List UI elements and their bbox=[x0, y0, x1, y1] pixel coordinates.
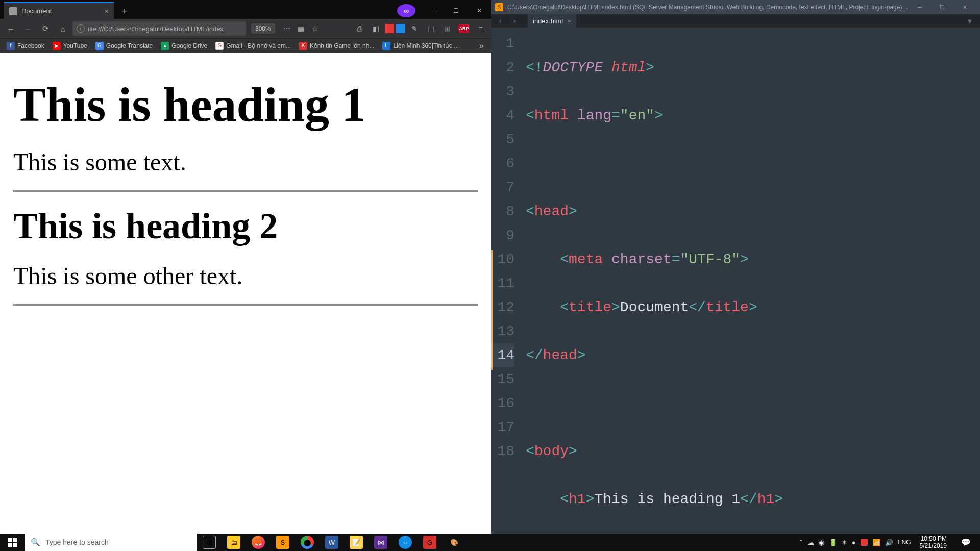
reader-icon[interactable]: ▥ bbox=[295, 22, 308, 35]
tab-strip: Document × + ∞ ─ ☐ ✕ bbox=[0, 0, 491, 19]
task-sublime[interactable]: S bbox=[271, 534, 295, 551]
menu-icon[interactable]: ≡ bbox=[474, 21, 488, 36]
code-line bbox=[526, 152, 980, 176]
minimize-button[interactable]: ─ bbox=[421, 2, 444, 19]
bookmark-facebook[interactable]: fFacebook bbox=[3, 40, 48, 52]
modified-indicator bbox=[491, 250, 493, 370]
back-button[interactable]: ← bbox=[3, 21, 18, 36]
task-view-button[interactable]: ⊞ bbox=[197, 534, 222, 551]
adblock-icon[interactable]: ABP bbox=[458, 24, 470, 33]
zoom-badge[interactable]: 300% bbox=[251, 23, 275, 34]
tab-dropdown-icon[interactable]: ▾ bbox=[963, 16, 977, 26]
ext-icon-4[interactable]: ⬚ bbox=[424, 21, 438, 36]
tray-battery-icon[interactable]: 🔋 bbox=[829, 539, 837, 546]
tray-volume-icon[interactable]: 🔊 bbox=[885, 539, 893, 546]
task-firefox[interactable]: 🦊 bbox=[246, 534, 271, 551]
editor-body[interactable]: 1234 5678 9101112 13141516 1718 <!DOCTYP… bbox=[491, 28, 980, 551]
taskbar-search-input[interactable]: 🔍 Type here to search bbox=[24, 534, 197, 551]
task-teamviewer[interactable]: ↔ bbox=[393, 534, 418, 551]
browser-tab-active[interactable]: Document × bbox=[4, 2, 114, 19]
task-app-1[interactable]: 📝 bbox=[344, 534, 369, 551]
action-center-icon[interactable]: 💬 bbox=[955, 534, 976, 551]
bookmark-star-icon[interactable]: ☆ bbox=[309, 22, 322, 35]
task-word[interactable]: W bbox=[320, 534, 344, 551]
line-gutter: 1234 5678 9101112 13141516 1718 bbox=[491, 28, 521, 551]
ext-icon-1[interactable] bbox=[385, 24, 394, 33]
ext-icon-5[interactable]: ⊞ bbox=[440, 21, 454, 36]
task-explorer[interactable]: 🗂 bbox=[222, 534, 246, 551]
editor-tab-index[interactable]: index.html × bbox=[528, 14, 576, 28]
search-icon: 🔍 bbox=[31, 538, 40, 547]
tray-up-icon[interactable]: ˄ bbox=[799, 539, 803, 546]
tab-prev-icon[interactable]: ‹ bbox=[494, 17, 506, 25]
editor-tab-close-icon[interactable]: × bbox=[567, 17, 571, 25]
bookmarks-overflow-icon[interactable]: » bbox=[475, 41, 488, 51]
bookmarks-bar: fFacebook ▶YouTube GGoogle Translate ▲Go… bbox=[0, 38, 491, 53]
info-icon[interactable]: i bbox=[77, 24, 85, 33]
url-text: file:///C:/Users/Omegalul/Desktop/HTML/i… bbox=[88, 25, 224, 33]
code-line: </head> bbox=[526, 343, 980, 367]
tray-date: 5/21/2019 bbox=[920, 542, 947, 549]
reload-button[interactable]: ⟳ bbox=[38, 21, 53, 36]
code-line: <head> bbox=[526, 199, 980, 223]
bookmark-translate[interactable]: GGoogle Translate bbox=[92, 40, 156, 52]
editor-tabbar: ‹ › index.html × ▾ bbox=[491, 14, 980, 28]
code-line: <!DOCTYPE html> bbox=[526, 56, 980, 80]
system-tray: ˄ ☁ ◉ 🔋 ✶ ● 📶 🔊 ENG 10:50 PM 5/21/2019 💬 bbox=[795, 534, 980, 551]
tab-title: Document bbox=[21, 7, 52, 15]
library-icon[interactable]: ⎙ bbox=[352, 21, 366, 36]
bookmark-youtube[interactable]: ▶YouTube bbox=[49, 40, 91, 52]
bookmark-gmail[interactable]: GGmail - Bộ nhớ và em... bbox=[212, 40, 295, 52]
task-chrome[interactable]: ⬤ bbox=[295, 534, 320, 551]
tray-clock[interactable]: 10:50 PM 5/21/2019 bbox=[916, 535, 951, 549]
gmail-icon: G bbox=[215, 42, 224, 50]
favicon-icon bbox=[9, 7, 17, 15]
home-button[interactable]: ⌂ bbox=[55, 21, 70, 36]
tray-app-2-icon[interactable]: ✶ bbox=[842, 539, 847, 546]
page-heading-1: This is heading 1 bbox=[13, 76, 478, 133]
search-placeholder: Type here to search bbox=[45, 538, 109, 546]
tray-wifi-icon[interactable]: 📶 bbox=[872, 539, 880, 546]
tray-lang[interactable]: ENG bbox=[898, 539, 911, 546]
bookmark-lm360[interactable]: LLiên Minh 360|Tin tức ... bbox=[379, 40, 462, 52]
tray-onedrive-icon[interactable]: ☁ bbox=[807, 539, 814, 546]
facebook-icon: f bbox=[7, 42, 15, 50]
code-area[interactable]: <!DOCTYPE html> <html lang="en"> <head> … bbox=[521, 28, 980, 551]
editor-tab-label: index.html bbox=[533, 17, 563, 25]
tray-app-4-icon[interactable] bbox=[861, 539, 868, 546]
editor-titlebar: S C:\Users\Omegalul\Desktop\HTML\index.h… bbox=[491, 0, 980, 14]
ext-icon-3[interactable]: ✎ bbox=[407, 21, 422, 36]
page-actions-icon[interactable]: ⋯ bbox=[280, 22, 293, 35]
task-vs[interactable]: ⋈ bbox=[369, 534, 393, 551]
tray-app-3-icon[interactable]: ● bbox=[852, 539, 856, 546]
page-paragraph-2: This is some other text. bbox=[13, 262, 478, 290]
task-paint[interactable]: 🎨 bbox=[442, 534, 467, 551]
youtube-icon: ▶ bbox=[53, 42, 61, 50]
tray-app-1-icon[interactable]: ◉ bbox=[819, 539, 824, 546]
tab-close-icon[interactable]: × bbox=[105, 7, 109, 15]
editor-close-button[interactable]: ✕ bbox=[953, 0, 976, 14]
firefox-account-icon[interactable]: ∞ bbox=[397, 4, 415, 17]
editor-minimize-button[interactable]: ─ bbox=[909, 0, 931, 14]
forward-button[interactable]: → bbox=[20, 21, 36, 36]
sidebar-icon[interactable]: ◧ bbox=[369, 21, 383, 36]
sublime-window: S C:\Users\Omegalul\Desktop\HTML\index.h… bbox=[491, 0, 980, 534]
page-paragraph-1: This is some text. bbox=[13, 148, 478, 176]
bookmark-drive[interactable]: ▲Google Drive bbox=[157, 40, 211, 52]
start-button[interactable] bbox=[0, 534, 24, 551]
address-bar-row: ← → ⟳ ⌂ i file:///C:/Users/Omegalul/Desk… bbox=[0, 19, 491, 38]
bookmark-game[interactable]: KKênh tin Game lớn nh... bbox=[296, 40, 378, 52]
tab-next-icon[interactable]: › bbox=[508, 17, 521, 25]
url-input[interactable]: i file:///C:/Users/Omegalul/Desktop/HTML… bbox=[72, 21, 246, 36]
task-garena[interactable]: G bbox=[418, 534, 442, 551]
sublime-icon: S bbox=[495, 3, 503, 11]
game-icon: K bbox=[299, 42, 307, 50]
maximize-button[interactable]: ☐ bbox=[444, 2, 468, 19]
close-button[interactable]: ✕ bbox=[468, 2, 491, 19]
code-line: <h1>This is heading 1</h1> bbox=[526, 487, 980, 511]
code-line: <html lang="en"> bbox=[526, 104, 980, 128]
ext-icon-2[interactable] bbox=[396, 24, 405, 33]
new-tab-button[interactable]: + bbox=[117, 4, 132, 19]
editor-maximize-button[interactable]: ☐ bbox=[931, 0, 953, 14]
editor-title-text: C:\Users\Omegalul\Desktop\HTML\index.htm… bbox=[507, 4, 909, 11]
